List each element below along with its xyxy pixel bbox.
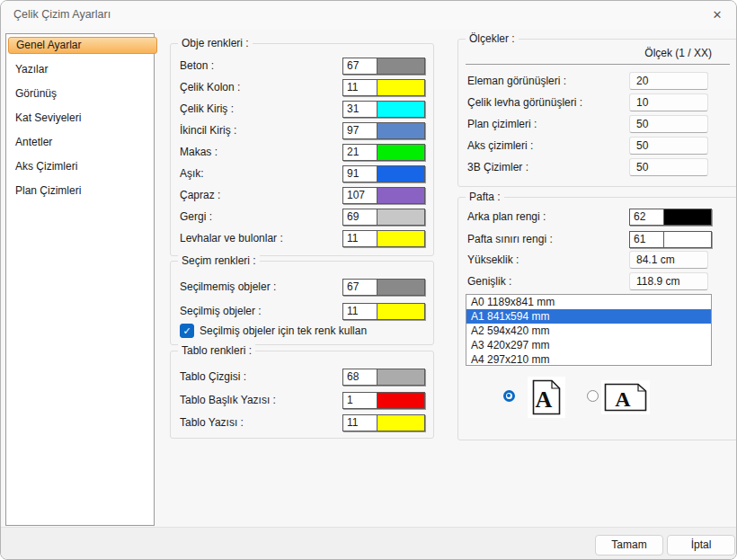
sheet-size-input[interactable] <box>629 251 708 269</box>
paper-size-option[interactable]: A1 841x594 mm <box>466 309 711 324</box>
scale-value-input[interactable] <box>629 72 708 90</box>
color-swatch-button[interactable]: 69 <box>342 209 425 226</box>
color-number-field[interactable]: 91 <box>343 166 377 182</box>
color-swatch-button[interactable]: 31 <box>342 101 425 118</box>
color-swatch-button[interactable]: 67 <box>342 58 425 75</box>
sheet-color-row-label: Pafta sınırı rengi : <box>467 231 553 248</box>
sidebar-item-antetler[interactable]: Antetler <box>8 134 157 151</box>
color-swatch <box>377 102 424 117</box>
color-row-label: Çapraz : <box>180 187 220 204</box>
group-title: Tablo renkleri : <box>178 344 255 357</box>
scale-column-header: Ölçek (1 / XX) <box>644 47 712 59</box>
scale-value-input[interactable] <box>629 115 708 133</box>
color-swatch <box>377 393 424 408</box>
color-swatch <box>377 80 424 95</box>
cancel-button[interactable]: İptal <box>667 535 735 556</box>
sheet-size-input[interactable] <box>629 272 708 290</box>
single-color-checkbox[interactable]: ✓ Seçilmiş objeler için tek renk kullan <box>180 324 367 338</box>
sidebar-item-kat-seviyeleri[interactable]: Kat Seviyeleri <box>8 110 157 127</box>
sidebar-item-görünüş[interactable]: Görünüş <box>8 85 157 102</box>
scale-row-label: Çelik levha görünüşleri : <box>467 93 582 111</box>
color-number-field[interactable]: 11 <box>343 231 377 246</box>
color-swatch-button[interactable]: 61 <box>629 231 712 248</box>
color-row-label: Aşık: <box>180 165 204 182</box>
color-swatch-button[interactable]: 97 <box>342 122 425 139</box>
color-number-field[interactable]: 69 <box>343 209 377 225</box>
ok-button[interactable]: Tamam <box>595 535 663 556</box>
color-swatch-button[interactable]: 107 <box>342 187 425 204</box>
group-title: Seçim renkleri : <box>178 254 260 267</box>
color-number-field[interactable]: 107 <box>343 188 377 203</box>
checkbox-label: Seçilmiş objeler için tek renk kullan <box>200 324 367 338</box>
color-swatch <box>377 231 424 246</box>
group-title: Ölçekler : <box>466 32 519 45</box>
sheet-group: Pafta : A0 1189x841 mmA1 841x594 mmA2 59… <box>457 197 737 440</box>
color-number-field[interactable]: 21 <box>343 145 377 160</box>
color-swatch-button[interactable]: 68 <box>342 369 425 386</box>
color-swatch-button[interactable]: 11 <box>342 414 425 431</box>
color-row-label: Çelik Kiriş : <box>180 101 234 118</box>
sidebar-item-yazılar[interactable]: Yazılar <box>8 61 157 78</box>
paper-size-option[interactable]: A4 297x210 mm <box>466 352 711 366</box>
sidebar-item-genel-ayarlar[interactable]: Genel Ayarlar <box>8 37 157 54</box>
steel-drawing-settings-dialog: Çelik Çizim Ayarları ✕ Genel AyarlarYazı… <box>0 0 737 560</box>
color-number-field[interactable]: 11 <box>343 80 377 95</box>
sidebar-item-aks-çizimleri[interactable]: Aks Çizimleri <box>8 158 157 175</box>
portrait-radio[interactable] <box>503 390 515 402</box>
paper-size-option[interactable]: A2 594x420 mm <box>466 324 711 338</box>
color-number-field[interactable]: 11 <box>343 415 377 431</box>
color-swatch <box>377 145 424 160</box>
scale-row-label: Eleman görünüşleri : <box>467 72 566 90</box>
color-swatch-button[interactable]: 11 <box>342 230 425 247</box>
color-row-label: Makas : <box>180 144 218 161</box>
scale-value-input[interactable] <box>629 158 708 176</box>
sidebar-item-plan-çizimleri[interactable]: Plan Çizimleri <box>8 182 157 200</box>
color-swatch <box>377 304 424 319</box>
color-swatch-button[interactable]: 21 <box>342 144 425 161</box>
color-number-field[interactable]: 67 <box>343 58 377 74</box>
color-swatch-button[interactable]: 91 <box>342 165 425 182</box>
color-swatch-button[interactable]: 67 <box>342 279 425 296</box>
color-number-field[interactable]: 11 <box>343 304 377 319</box>
scales-group: Ölçekler : Ölçek (1 / XX) Eleman görünüş… <box>457 39 737 187</box>
color-swatch <box>377 58 424 74</box>
color-number-field[interactable]: 31 <box>343 102 377 117</box>
landscape-page-icon[interactable]: A <box>601 380 650 414</box>
color-swatch-button[interactable]: 11 <box>342 303 425 320</box>
paper-size-option[interactable]: A0 1189x841 mm <box>466 295 711 309</box>
dialog-footer: Tamam İptal <box>1 527 736 560</box>
color-swatch <box>377 280 424 295</box>
color-number-field[interactable]: 68 <box>343 369 377 385</box>
scale-value-input[interactable] <box>629 93 708 111</box>
paper-size-listbox[interactable]: A0 1189x841 mmA1 841x594 mmA2 594x420 mm… <box>466 294 712 366</box>
color-number-field[interactable]: 97 <box>343 123 377 138</box>
color-number-field[interactable]: 1 <box>343 393 377 408</box>
color-swatch-button[interactable]: 1 <box>342 392 425 409</box>
table-colors-group: Tablo renkleri : Tablo Çizgisi :68Tablo … <box>170 351 434 439</box>
color-row-label: Gergi : <box>180 209 212 226</box>
color-swatch-button[interactable]: 11 <box>342 79 425 96</box>
color-swatch <box>664 232 711 247</box>
color-row-label: Seçilmemiş objeler : <box>180 279 276 296</box>
scale-value-input[interactable] <box>629 137 708 155</box>
color-row-label: Tablo Başlık Yazısı : <box>180 392 276 409</box>
color-swatch <box>664 209 711 225</box>
landscape-radio[interactable] <box>587 390 599 402</box>
color-swatch-button[interactable]: 62 <box>629 209 712 226</box>
color-number-field[interactable]: 67 <box>343 280 377 295</box>
sheet-size-row-label: Genişlik : <box>467 272 511 290</box>
paper-size-option[interactable]: A3 420x297 mm <box>466 338 711 352</box>
color-row-label: Tablo Çizgisi : <box>180 369 246 386</box>
close-button[interactable]: ✕ <box>707 5 727 25</box>
color-row-label: Tablo Yazısı : <box>180 414 244 431</box>
color-swatch <box>377 123 424 138</box>
portrait-page-icon[interactable]: A <box>528 377 565 418</box>
scale-row-label: 3B Çizimler : <box>467 158 528 176</box>
group-title: Obje renkleri : <box>178 37 253 49</box>
color-swatch <box>377 369 424 385</box>
svg-text:A: A <box>536 387 553 413</box>
color-number-field[interactable]: 61 <box>630 232 664 247</box>
color-row-label: İkincil Kiriş : <box>180 122 236 139</box>
sheet-color-row-label: Arka plan rengi : <box>467 209 546 226</box>
color-number-field[interactable]: 62 <box>630 209 664 225</box>
